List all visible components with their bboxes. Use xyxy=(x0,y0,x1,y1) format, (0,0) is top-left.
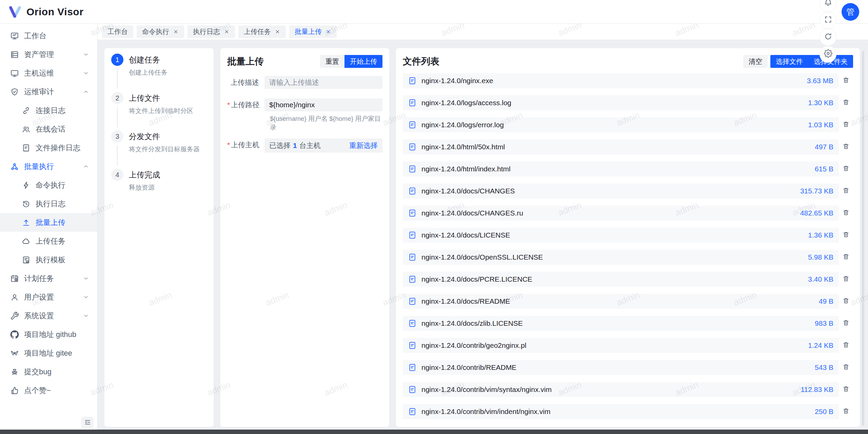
file-row: nginx-1.24.0/contrib/geo2nginx.pl1.24 KB xyxy=(403,338,853,353)
reselect-hosts-link[interactable]: 重新选择 xyxy=(349,141,378,150)
delete-file-button[interactable] xyxy=(839,275,853,284)
delete-file-button[interactable] xyxy=(839,341,853,350)
audit-shield-icon xyxy=(10,88,19,96)
template-icon xyxy=(22,256,31,264)
sidebar-item-命令执行[interactable]: 命令执行 xyxy=(0,176,97,194)
tab-上传任务[interactable]: 上传任务 xyxy=(238,25,286,38)
chevron-down-icon xyxy=(83,294,89,300)
sidebar-item-项目地址 gitee[interactable]: 项目地址 gitee xyxy=(0,344,97,362)
sidebar-item-执行日志[interactable]: 执行日志 xyxy=(0,194,97,213)
file-row-body: nginx-1.24.0/contrib/vim/syntax/nginx.vi… xyxy=(403,382,839,397)
upload-path-input[interactable] xyxy=(264,98,382,111)
sessions-users-icon xyxy=(22,125,31,134)
file-row-body: nginx-1.24.0/contrib/vim/indent/nginx.vi… xyxy=(403,404,839,419)
delete-file-button[interactable] xyxy=(839,297,853,306)
sidebar-item-文件操作日志[interactable]: 文件操作日志 xyxy=(0,138,97,157)
delete-file-button[interactable] xyxy=(839,407,853,416)
file-size: 1.24 KB xyxy=(808,341,833,350)
refresh-button[interactable] xyxy=(820,29,836,46)
trash-icon xyxy=(842,143,850,151)
delete-file-button[interactable] xyxy=(839,319,853,328)
tab-工作台[interactable]: 工作台 xyxy=(102,25,133,38)
cloud-icon xyxy=(22,237,31,246)
delete-file-button[interactable] xyxy=(839,253,853,262)
select-file-button[interactable]: 选择文件 xyxy=(770,55,808,68)
delete-file-button[interactable] xyxy=(839,187,853,195)
file-rows: nginx-1.24.0/nginx.exe3.63 MBnginx-1.24.… xyxy=(403,73,853,419)
delete-file-button[interactable] xyxy=(839,385,853,394)
delete-file-button[interactable] xyxy=(839,209,853,218)
sidebar-item-提交bug[interactable]: 提交bug xyxy=(0,362,97,381)
sidebar-item-执行模板[interactable]: 执行模板 xyxy=(0,250,97,269)
sidebar-item-在线会话[interactable]: 在线会话 xyxy=(0,120,97,138)
bell-button[interactable] xyxy=(820,0,836,12)
file-name: nginx-1.24.0/contrib/vim/syntax/nginx.vi… xyxy=(421,385,552,394)
sidebar-item-label: 提交bug xyxy=(24,367,52,377)
tab-close-icon[interactable] xyxy=(326,29,331,35)
tab-close-icon[interactable] xyxy=(224,29,230,35)
delete-file-button[interactable] xyxy=(839,143,853,151)
delete-file-button[interactable] xyxy=(839,76,853,85)
reset-button[interactable]: 重置 xyxy=(320,55,344,68)
delete-file-button[interactable] xyxy=(839,363,853,372)
step-title: 上传完成 xyxy=(129,170,160,180)
sidebar-item-主机运维[interactable]: 主机运维 xyxy=(0,64,97,82)
upload-path-help: ${username} 用户名 ${home} 用户家目录 xyxy=(270,114,382,132)
file-row: nginx-1.24.0/logs/access.log1.30 KB xyxy=(403,95,853,110)
user-icon xyxy=(10,293,19,302)
clear-files-button[interactable]: 清空 xyxy=(743,55,768,68)
sidebar-item-上传任务[interactable]: 上传任务 xyxy=(0,232,97,250)
file-size: 49 B xyxy=(819,297,833,305)
file-row-body: nginx-1.24.0/html/50x.html497 B xyxy=(403,139,839,154)
upload-desc-input[interactable] xyxy=(264,76,382,89)
tab-命令执行[interactable]: 命令执行 xyxy=(137,25,184,38)
sidebar-item-点个赞~[interactable]: 点个赞~ xyxy=(0,381,97,400)
sidebar-item-批量上传[interactable]: 批量上传 xyxy=(0,213,97,232)
sidebar-item-资产管理[interactable]: 资产管理 xyxy=(0,45,97,64)
delete-file-button[interactable] xyxy=(839,165,853,173)
file-row: nginx-1.24.0/docs/README49 B xyxy=(403,294,853,309)
delete-file-button[interactable] xyxy=(839,231,853,240)
file-row-body: nginx-1.24.0/docs/LICENSE1.36 KB xyxy=(403,228,839,243)
tab-close-icon[interactable] xyxy=(275,29,280,35)
tab-label: 上传任务 xyxy=(244,27,271,36)
file-size: 3.63 MB xyxy=(807,77,833,85)
delete-file-button[interactable] xyxy=(839,98,853,107)
sidebar-item-系统设置[interactable]: 系统设置 xyxy=(0,306,97,325)
file-text-icon xyxy=(408,143,416,151)
sidebar-item-用户设置[interactable]: 用户设置 xyxy=(0,288,97,306)
file-size: 1.30 KB xyxy=(808,99,833,107)
user-avatar[interactable]: 管 xyxy=(842,3,859,21)
chevron-down-icon xyxy=(83,313,89,319)
trash-icon xyxy=(842,297,850,306)
trash-icon xyxy=(842,385,850,394)
sidebar-item-项目地址 github[interactable]: 项目地址 github xyxy=(0,325,97,344)
wrench-icon xyxy=(10,312,19,320)
fullscreen-button[interactable] xyxy=(820,12,836,29)
selected-hosts-text: 已选择1台主机 xyxy=(269,141,321,150)
start-upload-button[interactable]: 开始上传 xyxy=(344,55,382,68)
selected-hosts-box: 已选择1台主机 重新选择 xyxy=(264,138,382,153)
sidebar-collapse-button[interactable] xyxy=(81,417,94,429)
file-row-body: nginx-1.24.0/html/index.html615 B xyxy=(403,162,839,176)
required-asterisk: * xyxy=(227,141,230,149)
sidebar-item-运维审计[interactable]: 运维审计 xyxy=(0,82,97,101)
settings-gear-button[interactable] xyxy=(820,46,836,63)
sidebar-item-工作台[interactable]: 工作台 xyxy=(0,26,97,45)
trash-icon xyxy=(842,98,850,107)
sidebar-item-批量执行[interactable]: 批量执行 xyxy=(0,157,97,176)
file-name: nginx-1.24.0/logs/access.log xyxy=(421,99,511,107)
sidebar-item-label: 批量上传 xyxy=(36,218,65,228)
tab-批量上传[interactable]: 批量上传 xyxy=(289,25,337,38)
file-size: 250 B xyxy=(815,408,833,416)
link-icon xyxy=(22,106,31,115)
delete-file-button[interactable] xyxy=(839,120,853,129)
sidebar-item-连接日志[interactable]: 连接日志 xyxy=(0,101,97,120)
sidebar-item-计划任务[interactable]: 计划任务 xyxy=(0,269,97,288)
schedule-calendar-icon xyxy=(10,274,19,283)
page-scrollbar[interactable] xyxy=(862,51,864,426)
tab-close-icon[interactable] xyxy=(173,29,179,35)
required-asterisk: * xyxy=(227,101,230,109)
tab-执行日志[interactable]: 执行日志 xyxy=(188,25,235,38)
step-desc: 创建上传任务 xyxy=(129,68,167,77)
